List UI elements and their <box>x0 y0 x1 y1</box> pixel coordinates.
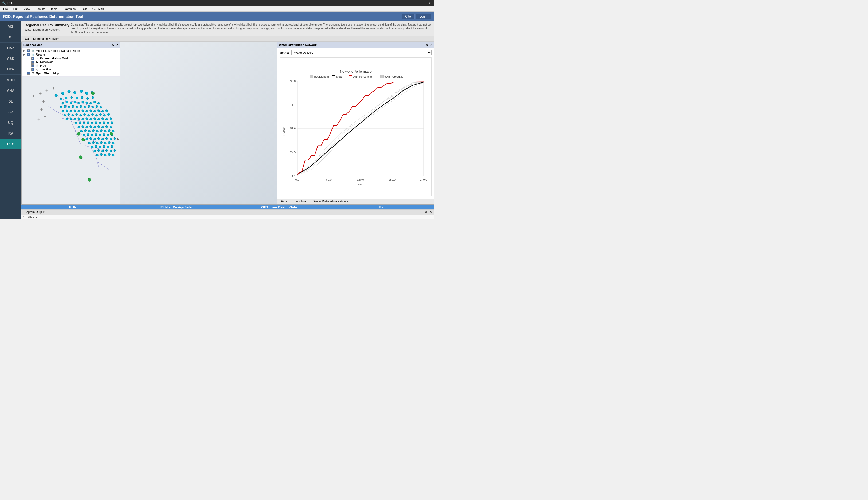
svg-point-103 <box>95 122 97 124</box>
tree-checkbox-reservoir[interactable]: ✓ <box>31 60 34 64</box>
minimize-button[interactable]: — <box>419 1 422 5</box>
tree-checkbox-junction[interactable]: ✓ <box>31 68 34 71</box>
metric-select[interactable]: Water Delivery Flow Rate Pressure <box>291 50 432 55</box>
pipe-icon: 📋 <box>35 64 39 67</box>
svg-point-73 <box>105 110 108 112</box>
svg-point-82 <box>95 114 98 116</box>
svg-point-124 <box>108 129 110 132</box>
svg-point-165 <box>112 154 114 156</box>
output-restore[interactable]: ⧉ <box>425 211 427 214</box>
tree-checkbox-pipe[interactable]: ✓ <box>31 64 34 67</box>
svg-point-43 <box>70 102 72 104</box>
tree-item-pipe[interactable]: ✓ 📋 Pipe <box>23 64 118 68</box>
svg-point-142 <box>88 142 91 144</box>
menu-view[interactable]: View <box>22 7 32 11</box>
wdn-restore-button[interactable]: ⧉ <box>426 43 428 46</box>
map-tree: ▶ ✓ 🏢 Most Likely Critical Damage State … <box>22 48 120 76</box>
svg-point-170 <box>79 156 82 159</box>
tree-item-osm[interactable]: ✓ 🗺 Open Street Map <box>23 71 118 75</box>
tab-pipe[interactable]: Pipe <box>278 199 291 204</box>
maximize-button[interactable]: □ <box>425 1 427 5</box>
svg-text:51.6: 51.6 <box>290 127 296 130</box>
tree-item-junction[interactable]: ✓ ⬡ Junction <box>23 68 118 71</box>
svg-point-138 <box>101 138 104 140</box>
tree-label-pipe: Pipe <box>40 64 46 67</box>
sidebar-item-rv[interactable]: RV <box>0 128 21 139</box>
sidebar: VIZ GI HAZ ASD HTA MOD ANA DL SP UQ RV R… <box>0 21 21 219</box>
svg-point-60 <box>95 105 98 107</box>
output-line-1: "C:\Users <box>23 215 432 219</box>
svg-point-61 <box>100 106 102 109</box>
tree-checkbox-osm[interactable]: ✓ <box>27 72 30 75</box>
tab-wdn[interactable]: Water Distribution Network <box>310 199 352 204</box>
menu-file[interactable]: File <box>1 7 10 11</box>
tree-item-ground-motion[interactable]: ✓ • Ground Motion Grid <box>23 56 118 60</box>
svg-point-155 <box>94 150 96 152</box>
svg-rect-180 <box>380 75 383 78</box>
cite-button[interactable]: Cite <box>402 14 414 20</box>
regional-map-panel: Regional Map ⧉ ✕ ▶ ✓ 🏢 Most Likely Criti… <box>21 42 120 205</box>
sidebar-item-res[interactable]: RES <box>0 139 21 149</box>
svg-point-149 <box>91 146 93 148</box>
metric-label: Metric: <box>280 51 289 54</box>
svg-point-70 <box>94 110 96 112</box>
svg-point-47 <box>86 102 88 104</box>
menu-tools[interactable]: Tools <box>48 7 59 11</box>
run-button[interactable]: RUN <box>21 205 124 209</box>
svg-rect-176 <box>332 75 335 76</box>
svg-point-69 <box>90 110 92 112</box>
svg-text:Mean: Mean <box>336 75 343 78</box>
panel-restore-button[interactable]: ⧉ <box>112 43 114 46</box>
tree-checkbox-results[interactable]: ✓ <box>27 53 30 56</box>
login-button[interactable]: Login <box>416 14 431 20</box>
svg-point-160 <box>113 149 116 152</box>
menu-examples[interactable]: Examples <box>61 7 78 11</box>
map-canvas[interactable] <box>22 76 120 204</box>
wdn-close-button[interactable]: ✕ <box>430 43 432 46</box>
svg-point-63 <box>66 110 68 112</box>
menu-help[interactable]: Help <box>79 7 89 11</box>
sidebar-item-asd[interactable]: ASD <box>0 53 21 64</box>
sidebar-item-uq[interactable]: UQ <box>0 117 21 128</box>
menu-gismap[interactable]: GIS Map <box>90 7 106 11</box>
tree-checkbox[interactable]: ✓ <box>27 49 30 52</box>
run-designsafe-button[interactable]: RUN at DesignSafe <box>124 205 227 209</box>
output-close[interactable]: ✕ <box>429 211 432 214</box>
tree-item-critical-damage[interactable]: ▶ ✓ 🏢 Most Likely Critical Damage State <box>23 49 118 53</box>
exit-button[interactable]: Exit <box>331 205 434 209</box>
main-layout: VIZ GI HAZ ASD HTA MOD ANA DL SP UQ RV R… <box>0 21 434 219</box>
svg-point-28 <box>61 92 64 94</box>
svg-rect-178 <box>349 75 352 76</box>
map-view[interactable] <box>120 42 277 205</box>
menu-edit[interactable]: Edit <box>11 7 21 11</box>
svg-point-130 <box>99 134 101 136</box>
svg-point-35 <box>65 97 67 99</box>
sidebar-item-gi[interactable]: GI <box>0 32 21 43</box>
menu-results[interactable]: Results <box>33 7 47 11</box>
tree-item-reservoir[interactable]: ✓ 🏗 Reservoir <box>23 60 118 64</box>
svg-point-117 <box>80 130 82 132</box>
panel-close-button[interactable]: ✕ <box>116 43 118 46</box>
svg-point-68 <box>86 110 88 112</box>
tab-junction[interactable]: Junction <box>291 199 310 204</box>
get-designsafe-button[interactable]: GET from DesignSafe <box>228 205 331 209</box>
close-button[interactable]: ✕ <box>429 1 432 5</box>
sidebar-item-sp[interactable]: SP <box>0 107 21 117</box>
svg-point-166 <box>91 92 94 95</box>
sidebar-item-haz[interactable]: HAZ <box>0 43 21 53</box>
svg-point-29 <box>68 90 70 93</box>
sidebar-item-hta[interactable]: HTA <box>0 64 21 75</box>
svg-point-64 <box>70 110 72 112</box>
sidebar-item-dl[interactable]: DL <box>0 96 21 107</box>
sidebar-item-ana[interactable]: ANA <box>0 86 21 96</box>
svg-point-145 <box>100 141 102 144</box>
sidebar-item-mod[interactable]: MOD <box>0 75 21 86</box>
regional-map-titlebar: Regional Map ⧉ ✕ <box>22 42 120 48</box>
sidebar-item-viz[interactable]: VIZ <box>0 21 21 32</box>
tree-checkbox-gm[interactable]: ✓ <box>31 57 34 60</box>
svg-point-116 <box>110 126 112 128</box>
svg-point-106 <box>107 122 109 124</box>
tree-item-results[interactable]: ▶ ✓ 📊 Results <box>23 53 118 56</box>
svg-point-57 <box>84 106 86 109</box>
svg-point-95 <box>101 118 104 120</box>
